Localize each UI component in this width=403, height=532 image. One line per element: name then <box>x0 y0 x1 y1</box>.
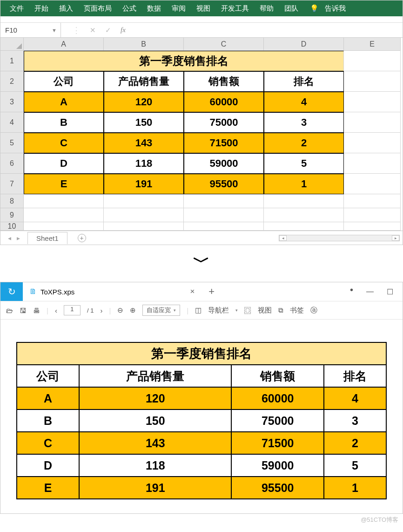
col-header-c[interactable]: C <box>184 38 264 51</box>
cell-a8[interactable] <box>24 194 104 208</box>
row-header-3[interactable]: 3 <box>0 92 24 112</box>
sheet-next-icon[interactable]: ▸ <box>17 234 20 242</box>
bookmark-icon[interactable]: ⧉ <box>278 306 283 314</box>
nav-panel-button[interactable]: 导航栏 <box>208 306 229 315</box>
document-tab[interactable]: 🗎 ToXPS.xps × <box>23 282 201 301</box>
print-icon[interactable]: 🖶 <box>33 307 40 314</box>
row-header-9[interactable]: 9 <box>0 208 24 222</box>
view-icon[interactable]: ⿴ <box>244 307 251 314</box>
user-icon[interactable]: ⓐ <box>310 306 317 315</box>
scroll-left-icon[interactable]: ◂ <box>279 235 287 241</box>
page-input[interactable]: 1 <box>64 305 81 315</box>
cell-c4[interactable]: 75000 <box>184 112 264 133</box>
view-button[interactable]: 视图 <box>258 306 272 315</box>
cell-e1[interactable] <box>344 51 401 71</box>
cell-e3[interactable] <box>344 92 401 112</box>
new-tab-button[interactable]: + <box>201 286 222 298</box>
ribbon-tab-view[interactable]: 视图 <box>195 1 211 16</box>
cell-a5[interactable]: C <box>24 133 104 153</box>
ribbon-tab-file[interactable]: 文件 <box>9 1 25 16</box>
scroll-right-icon[interactable]: ▸ <box>392 235 399 241</box>
header-company[interactable]: 公司 <box>24 71 104 92</box>
ribbon-tab-data[interactable]: 数据 <box>146 1 162 16</box>
zoom-out-icon[interactable]: ⊖ <box>117 306 123 314</box>
row-header-7[interactable]: 7 <box>0 174 24 194</box>
row-header-2[interactable]: 2 <box>0 71 24 92</box>
ribbon-tab-dev[interactable]: 开发工具 <box>220 1 250 16</box>
fx-icon[interactable]: fx <box>121 26 126 34</box>
header-sales[interactable]: 销售额 <box>184 71 264 92</box>
zoom-mode-select[interactable]: 自适应宽 ▾ <box>142 305 180 316</box>
tell-me-input[interactable]: 告诉我 <box>324 1 347 16</box>
name-box[interactable]: F10 ▼ <box>0 23 61 37</box>
horizontal-scrollbar[interactable]: ◂ ▸ <box>279 235 400 241</box>
title-cell[interactable]: 第一季度销售排名 <box>24 51 344 71</box>
sheet-tab[interactable]: Sheet1 <box>27 232 67 244</box>
row-header-8[interactable]: 8 <box>0 194 24 208</box>
cell-b3[interactable]: 120 <box>104 92 184 112</box>
document-view[interactable]: 第一季度销售排名 公司 产品销售量 销售额 排名 A 120 60000 4 B… <box>0 320 403 513</box>
cell-d5[interactable]: 2 <box>264 133 344 153</box>
close-tab-icon[interactable]: × <box>190 287 195 296</box>
cell-c9[interactable] <box>184 208 264 222</box>
cell-b7[interactable]: 191 <box>104 174 184 194</box>
zoom-in-icon[interactable]: ⊕ <box>130 306 136 314</box>
cell-e2[interactable] <box>344 71 401 92</box>
cell-e5[interactable] <box>344 133 401 153</box>
minimize-icon[interactable]: — <box>366 287 374 296</box>
cell-e9[interactable] <box>344 208 401 222</box>
cell-a10[interactable] <box>24 222 104 231</box>
cell-d7[interactable]: 1 <box>264 174 344 194</box>
cell-d4[interactable]: 3 <box>264 112 344 133</box>
cell-a9[interactable] <box>24 208 104 222</box>
app-icon[interactable]: ↻ <box>0 282 23 301</box>
cell-a4[interactable]: B <box>24 112 104 133</box>
cancel-icon[interactable]: ✕ <box>90 26 96 34</box>
header-qty[interactable]: 产品销售量 <box>104 71 184 92</box>
ribbon-tab-formula[interactable]: 公式 <box>121 1 137 16</box>
add-sheet-button[interactable]: + <box>78 234 86 242</box>
cell-a3[interactable]: A <box>24 92 104 112</box>
row-header-1[interactable]: 1 <box>0 51 24 71</box>
save-icon[interactable]: 🖫 <box>20 307 27 314</box>
col-header-b[interactable]: B <box>104 38 184 51</box>
cell-b9[interactable] <box>104 208 184 222</box>
col-header-e[interactable]: E <box>344 38 401 51</box>
ribbon-tab-layout[interactable]: 页面布局 <box>83 1 113 16</box>
row-header-4[interactable]: 4 <box>0 112 24 133</box>
ribbon-tab-help[interactable]: 帮助 <box>259 1 275 16</box>
row-header-6[interactable]: 6 <box>0 153 24 174</box>
prev-page-icon[interactable]: ‹ <box>55 307 57 314</box>
cell-e6[interactable] <box>344 153 401 174</box>
maximize-icon[interactable]: ☐ <box>387 287 393 296</box>
ribbon-tab-team[interactable]: 团队 <box>283 1 299 16</box>
cell-d9[interactable] <box>264 208 344 222</box>
next-page-icon[interactable]: › <box>100 307 102 314</box>
cell-c5[interactable]: 71500 <box>184 133 264 153</box>
cell-c3[interactable]: 60000 <box>184 92 264 112</box>
col-header-a[interactable]: A <box>24 38 104 51</box>
cell-b10[interactable] <box>104 222 184 231</box>
cell-b8[interactable] <box>104 194 184 208</box>
cell-a7[interactable]: E <box>24 174 104 194</box>
open-icon[interactable]: 🗁 <box>6 307 13 314</box>
ribbon-tab-insert[interactable]: 插入 <box>58 1 74 16</box>
ribbon-tab-home[interactable]: 开始 <box>34 1 49 16</box>
enter-icon[interactable]: ✓ <box>105 26 111 34</box>
sidebar-icon[interactable]: ◫ <box>195 306 202 314</box>
row-header-10[interactable]: 10 <box>0 222 24 231</box>
cell-e10[interactable] <box>344 222 401 231</box>
header-rank[interactable]: 排名 <box>264 71 344 92</box>
sheet-prev-icon[interactable]: ◂ <box>8 234 11 242</box>
cell-e4[interactable] <box>344 112 401 133</box>
row-header-5[interactable]: 5 <box>0 133 24 153</box>
cell-c8[interactable] <box>184 194 264 208</box>
cell-c10[interactable] <box>184 222 264 231</box>
dropdown-icon[interactable]: ▼ <box>52 27 57 33</box>
select-all-corner[interactable] <box>0 38 24 51</box>
cell-b6[interactable]: 118 <box>104 153 184 174</box>
spreadsheet-grid[interactable]: A B C D E 1 第一季度销售排名 2 公司 产品销售量 销售额 排名 3… <box>0 38 403 231</box>
cell-d8[interactable] <box>264 194 344 208</box>
cell-e8[interactable] <box>344 194 401 208</box>
cell-c6[interactable]: 59000 <box>184 153 264 174</box>
